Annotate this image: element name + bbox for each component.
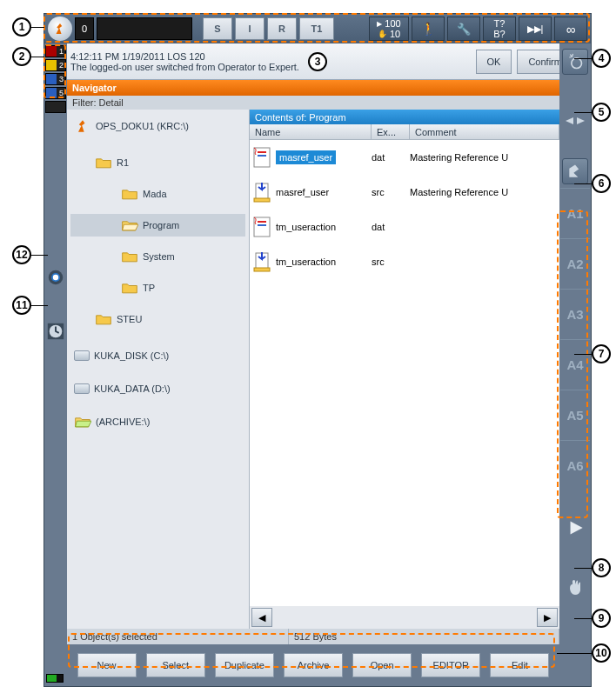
flag-blank[interactable] bbox=[45, 101, 66, 113]
file-row[interactable]: masref_user dat Mastering Reference U bbox=[250, 140, 559, 175]
status-selected: 1 Object(s) selected bbox=[67, 629, 289, 644]
tree-mada[interactable]: Mada bbox=[70, 183, 245, 205]
editor-button[interactable]: EDITOR bbox=[421, 653, 480, 677]
axis-a2[interactable]: A2 bbox=[560, 238, 590, 289]
skip-button[interactable]: ▶▶| bbox=[519, 17, 552, 41]
robot-small-icon bbox=[74, 117, 91, 135]
battery-icon bbox=[46, 674, 64, 683]
flag-info[interactable]: 3 bbox=[45, 73, 66, 85]
robot-icon[interactable] bbox=[48, 17, 72, 41]
file-row[interactable]: tm_useraction dat bbox=[250, 210, 559, 244]
flag-error[interactable]: 1 bbox=[45, 45, 66, 57]
tree-system-label: System bbox=[143, 251, 175, 262]
status-bytes: 512 Bytes bbox=[289, 629, 559, 644]
speed-button[interactable]: 100 ✋10 bbox=[369, 17, 409, 41]
duplicate-button[interactable]: Duplicate bbox=[215, 653, 274, 677]
scroll-right-button[interactable]: ▶ bbox=[537, 608, 558, 627]
callout-12: 12 bbox=[12, 245, 31, 264]
file-comment: Mastering Reference U bbox=[410, 152, 559, 163]
tree-system[interactable]: System bbox=[70, 245, 245, 268]
bottom-toolbar: New Select Duplicate Archive Open EDITOR… bbox=[67, 644, 559, 686]
tree-mada-label: Mada bbox=[143, 189, 167, 199]
message-time: 4:12:11 PM 1/19/2011 LOS 120 bbox=[70, 51, 471, 62]
col-ext[interactable]: Ex... bbox=[372, 124, 410, 139]
gear-icon[interactable] bbox=[46, 268, 65, 287]
folder-open-icon bbox=[121, 218, 138, 232]
folder-icon bbox=[95, 312, 112, 326]
h-scrollbar[interactable]: ◀ ▶ bbox=[250, 606, 559, 629]
contents-panel: Contents of: Program Name Ex... Comment … bbox=[250, 110, 559, 629]
axis-panel: A1 A2 A3 A4 A5 A6 bbox=[560, 188, 590, 490]
tree-disk-d[interactable]: KUKA_DATA (D:\) bbox=[70, 377, 245, 400]
file-row[interactable]: tm_useraction src bbox=[250, 244, 559, 279]
mode-i-button[interactable]: I bbox=[235, 17, 264, 40]
robot-base-icon[interactable] bbox=[562, 158, 588, 184]
scroll-left-button[interactable]: ◀ bbox=[251, 608, 272, 627]
tree-program[interactable]: Program bbox=[70, 214, 245, 237]
mode-r-button[interactable]: R bbox=[267, 17, 297, 40]
svg-point-2 bbox=[53, 275, 58, 280]
tree-archive[interactable]: (ARCHIVE:\) bbox=[70, 410, 245, 433]
flag-warn[interactable]: 2 bbox=[45, 59, 66, 71]
file-rows: masref_user dat Mastering Reference U ma… bbox=[250, 140, 559, 606]
open-button[interactable]: Open bbox=[352, 653, 412, 677]
svg-rect-10 bbox=[254, 198, 270, 202]
world-icon[interactable] bbox=[562, 49, 588, 75]
hand-icon[interactable] bbox=[562, 574, 588, 600]
file-comment: Mastering Reference U bbox=[410, 187, 559, 197]
callout-2: 2 bbox=[12, 47, 31, 66]
svg-rect-15 bbox=[254, 268, 270, 271]
axis-a4[interactable]: A4 bbox=[560, 339, 590, 390]
new-button[interactable]: New bbox=[77, 653, 137, 677]
speed-top: 100 bbox=[385, 18, 400, 29]
walk-button[interactable]: 🚶 bbox=[412, 17, 445, 41]
navigator-panel: Navigator Filter: Detail OPS_DOKU1 (KRC:… bbox=[67, 80, 559, 644]
tree-tp[interactable]: TP bbox=[70, 277, 245, 299]
file-name: masref_user bbox=[276, 187, 329, 197]
col-name[interactable]: Name bbox=[250, 124, 372, 139]
edit-button[interactable]: Edit bbox=[490, 653, 549, 677]
mode-s-button[interactable]: S bbox=[203, 17, 232, 40]
callout-6: 6 bbox=[592, 174, 611, 193]
tree-archive-label: (ARCHIVE:\) bbox=[96, 417, 150, 427]
file-ext: src bbox=[372, 187, 410, 197]
folder-open-icon bbox=[74, 415, 91, 429]
src-file-icon bbox=[250, 250, 274, 273]
tree-root[interactable]: OPS_DOKU1 (KRC:\) bbox=[70, 115, 245, 137]
column-headers: Name Ex... Comment bbox=[250, 124, 559, 140]
drive-icon bbox=[74, 383, 90, 394]
tree-disk-d-label: KUKA_DATA (D:\) bbox=[94, 383, 171, 394]
mode-t1-button[interactable]: T1 bbox=[299, 17, 334, 40]
tb-button[interactable]: T? B? bbox=[483, 17, 516, 41]
flag-info2[interactable]: 5 bbox=[45, 87, 66, 99]
file-row[interactable]: masref_user src Mastering Reference U bbox=[250, 175, 559, 210]
message-text: The logged-on user switched from Operato… bbox=[70, 62, 471, 72]
callout-8: 8 bbox=[592, 558, 611, 577]
callout-4: 4 bbox=[592, 49, 611, 68]
axis-a3[interactable]: A3 bbox=[560, 289, 590, 339]
col-comment[interactable]: Comment bbox=[410, 124, 559, 139]
dat-file-icon bbox=[250, 146, 274, 169]
tool-button[interactable]: 🔧 bbox=[447, 17, 480, 41]
ok-button[interactable]: OK bbox=[476, 50, 512, 74]
axis-a1[interactable]: A1 bbox=[560, 188, 590, 238]
left-sidebar: 1 2 3 5 bbox=[44, 43, 67, 686]
select-button[interactable]: Select bbox=[146, 653, 205, 677]
tree-steu[interactable]: STEU bbox=[70, 308, 245, 330]
folder-icon bbox=[121, 187, 138, 201]
drive-icon bbox=[74, 350, 90, 361]
svg-rect-6 bbox=[254, 148, 270, 167]
progress-bar bbox=[97, 17, 192, 40]
tree-disk-c[interactable]: KUKA_DISK (C:\) bbox=[70, 344, 245, 367]
axis-a6[interactable]: A6 bbox=[560, 440, 590, 490]
loop-button[interactable]: ∞ bbox=[554, 17, 587, 41]
axis-a5[interactable]: A5 bbox=[560, 390, 590, 440]
tree-r1[interactable]: R1 bbox=[70, 151, 245, 174]
tree-steu-label: STEU bbox=[117, 314, 142, 324]
folder-icon bbox=[121, 250, 138, 263]
callout-7: 7 bbox=[592, 344, 611, 363]
clock-icon[interactable] bbox=[46, 322, 65, 341]
tree-root-label: OPS_DOKU1 (KRC:\) bbox=[96, 121, 189, 131]
archive-button[interactable]: Archive bbox=[284, 653, 343, 677]
play-icon[interactable] bbox=[562, 515, 588, 541]
